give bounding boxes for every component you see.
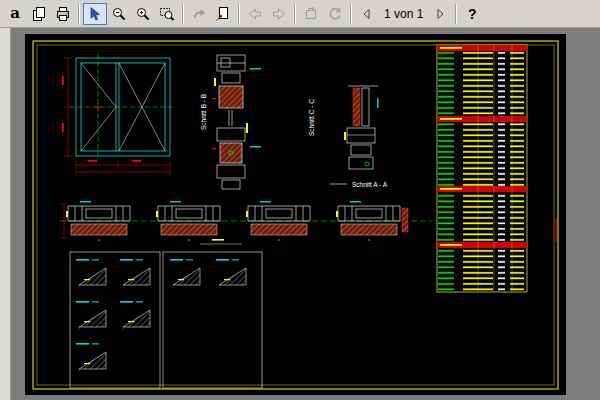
copy-page-button[interactable]: [27, 3, 51, 25]
toolbar-separator: [455, 4, 457, 24]
previous-page-button[interactable]: [355, 3, 379, 25]
parts-table: [437, 45, 527, 292]
zoom-in-icon: [135, 6, 151, 22]
select-pan-icon: [87, 6, 103, 22]
section-aa-label: Schnitt A - A: [352, 181, 388, 188]
text-annotation-icon: a: [10, 6, 20, 21]
toolbar-separator: [182, 4, 184, 24]
print-button[interactable]: [51, 3, 75, 25]
drawing-canvas[interactable]: Schnitt B - B Sc: [0, 28, 600, 400]
go-to-page-button[interactable]: [211, 3, 235, 25]
refresh-icon: [327, 6, 343, 22]
rotate-view-button[interactable]: [299, 3, 323, 25]
page-indicator: 1 von 1: [384, 7, 423, 21]
toolbar-separator: [294, 4, 296, 24]
previous-view-icon: [191, 6, 207, 22]
nav-forward-icon: [271, 6, 287, 22]
zoom-in-button[interactable]: [131, 3, 155, 25]
page-next-icon: [432, 6, 448, 22]
next-page-button[interactable]: [428, 3, 452, 25]
zoom-dynamic-button[interactable]: [107, 3, 131, 25]
previous-view-button[interactable]: [187, 3, 211, 25]
section-cc-label: Schnitt C - C: [308, 99, 315, 136]
cad-viewer-window: a: [0, 0, 600, 400]
nav-back-icon: [247, 6, 263, 22]
refresh-button[interactable]: [323, 3, 347, 25]
zoom-dynamic-icon: [111, 6, 127, 22]
help-icon: ?: [468, 7, 477, 21]
copy-page-icon: [31, 6, 47, 22]
nav-forward-button[interactable]: [267, 3, 291, 25]
zoom-window-icon: [159, 6, 175, 22]
toolbar-separator: [350, 4, 352, 24]
toolbar-separator: [78, 4, 80, 24]
print-icon: [55, 6, 71, 22]
page-previous-icon: [359, 6, 375, 22]
main-toolbar: a: [0, 0, 600, 28]
section-bb-label: Schnitt B - B: [200, 94, 207, 130]
select-pan-button[interactable]: [83, 3, 107, 25]
help-button[interactable]: ?: [460, 3, 484, 25]
zoom-window-button[interactable]: [155, 3, 179, 25]
go-to-page-icon: [215, 6, 231, 22]
rotate-view-icon: [303, 6, 319, 22]
toolbar-separator: [238, 4, 240, 24]
text-annotation-button[interactable]: a: [3, 3, 27, 25]
nav-back-button[interactable]: [243, 3, 267, 25]
